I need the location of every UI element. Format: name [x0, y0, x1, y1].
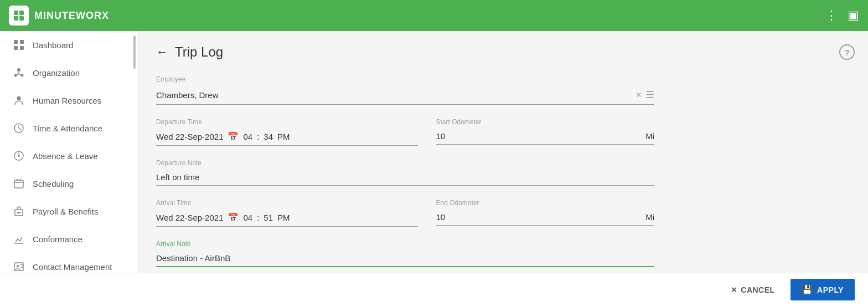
start-odometer-unit: Mi: [645, 131, 654, 141]
departure-note-input[interactable]: [156, 169, 654, 186]
cancel-label: CANCEL: [741, 285, 774, 294]
start-odometer-input-row: Mi: [436, 128, 654, 145]
svg-rect-3: [19, 16, 24, 21]
conformance-icon: [13, 233, 25, 245]
sidebar-item-contact-management[interactable]: Contact Management: [0, 253, 138, 273]
end-odometer-field: End Odometer Mi: [436, 199, 654, 227]
departure-note-field: Departure Note: [156, 159, 654, 186]
organization-icon: [13, 67, 25, 79]
arrival-row: Arrival Time Wed 22-Sep-2021 📅 04 : 51 P…: [156, 199, 654, 227]
sidebar-item-human-resources-label: Human Resources: [33, 96, 101, 105]
sidebar-item-conformance[interactable]: Conformance: [0, 225, 138, 253]
back-button[interactable]: ←: [156, 45, 168, 59]
payroll-benefits-icon: [13, 205, 25, 217]
departure-hour[interactable]: 04: [243, 132, 252, 141]
cancel-icon: ✕: [731, 285, 738, 294]
dashboard-icon: [13, 39, 25, 51]
time-attendance-icon: [13, 122, 25, 134]
svg-line-17: [19, 128, 21, 130]
employee-input[interactable]: [156, 90, 632, 100]
layout-icon[interactable]: ▣: [848, 8, 859, 23]
end-odometer-label: End Odometer: [436, 199, 654, 207]
human-resources-icon: [13, 94, 25, 106]
departure-date-value[interactable]: Wed 22-Sep-2021: [156, 132, 223, 141]
sidebar-item-organization[interactable]: Organization: [0, 59, 138, 86]
absence-leave-icon: [13, 150, 25, 162]
arrival-hour[interactable]: 04: [243, 213, 252, 222]
departure-row: Departure Time Wed 22-Sep-2021 📅 04 : 34…: [156, 118, 654, 146]
employee-input-row: ✕ ☰: [156, 85, 654, 105]
contact-management-icon: [13, 261, 25, 273]
employee-clear-icon[interactable]: ✕: [636, 90, 642, 99]
departure-min[interactable]: 34: [264, 132, 273, 141]
more-options-icon[interactable]: ⋮: [825, 8, 838, 23]
employee-label: Employee: [156, 75, 654, 83]
start-odometer-field: Start Odometer Mi: [436, 118, 654, 146]
calendar-icon[interactable]: 📅: [228, 131, 239, 142]
sidebar-item-scheduling[interactable]: Scheduling: [0, 170, 138, 197]
arrival-note-label: Arrival Note: [156, 240, 654, 248]
action-bar: ✕ CANCEL 💾 APPLY: [0, 273, 868, 306]
help-button[interactable]: ?: [839, 44, 855, 60]
svg-rect-1: [19, 11, 24, 15]
sidebar-item-human-resources[interactable]: Human Resources: [0, 86, 138, 114]
apply-icon: 💾: [802, 284, 813, 295]
sidebar-item-organization-label: Organization: [33, 68, 80, 78]
topbar-icons: ⋮ ▣: [825, 8, 859, 23]
svg-rect-2: [14, 16, 18, 21]
departure-note-label: Departure Note: [156, 159, 654, 167]
arrival-min[interactable]: 51: [264, 213, 273, 222]
sidebar-item-conformance-label: Conformance: [33, 234, 82, 244]
sidebar-item-time-attendance-label: Time & Attendance: [33, 124, 102, 133]
apply-button[interactable]: 💾 APPLY: [790, 279, 855, 300]
arrival-note-field: Arrival Note: [156, 240, 654, 267]
svg-rect-26: [17, 212, 20, 213]
sidebar-item-scheduling-label: Scheduling: [33, 179, 74, 188]
sidebar: Dashboard Organization: [0, 31, 138, 273]
logo-icon: [9, 6, 29, 26]
sidebar-item-dashboard-label: Dashboard: [33, 40, 73, 50]
calendar-icon-arrival[interactable]: 📅: [228, 212, 239, 223]
main-layout: Dashboard Organization: [0, 31, 868, 273]
end-odometer-input[interactable]: [436, 212, 643, 222]
end-odometer-input-row: Mi: [436, 209, 654, 226]
scheduling-icon: [13, 177, 25, 190]
svg-rect-4: [14, 40, 18, 44]
departure-ampm[interactable]: PM: [277, 132, 290, 141]
page-header: ← Trip Log: [156, 44, 850, 60]
trip-log-form: Employee ✕ ☰ Departure Time Wed 22-Sep-2…: [156, 75, 654, 267]
arrival-date-value[interactable]: Wed 22-Sep-2021: [156, 213, 223, 222]
sidebar-item-dashboard[interactable]: Dashboard: [0, 31, 138, 59]
employee-field: Employee ✕ ☰: [156, 75, 654, 105]
svg-point-29: [17, 265, 19, 267]
arrival-time-label: Arrival Time: [156, 199, 418, 207]
time-colon-2: :: [257, 213, 259, 222]
sidebar-item-absence-leave-label: Absence & Leave: [33, 151, 98, 161]
employee-list-icon[interactable]: ☰: [645, 89, 654, 101]
start-odometer-input[interactable]: [436, 131, 643, 141]
svg-rect-5: [20, 40, 24, 44]
svg-point-19: [18, 155, 20, 157]
cancel-button[interactable]: ✕ CANCEL: [720, 280, 786, 300]
sidebar-item-payroll-benefits[interactable]: Payroll & Benefits: [0, 197, 138, 225]
app-name: MINUTEWORX: [34, 10, 109, 22]
time-colon-1: :: [257, 132, 259, 141]
sidebar-item-time-attendance[interactable]: Time & Attendance: [0, 114, 138, 142]
apply-label: APPLY: [817, 285, 844, 294]
sidebar-item-absence-leave[interactable]: Absence & Leave: [0, 142, 138, 170]
arrival-note-input[interactable]: [156, 250, 654, 267]
svg-rect-21: [14, 180, 23, 188]
scroll-indicator: [133, 35, 136, 69]
topbar: MINUTEWORX ⋮ ▣: [0, 0, 868, 31]
end-odometer-unit: Mi: [645, 212, 654, 222]
arrival-ampm[interactable]: PM: [277, 213, 290, 222]
svg-rect-0: [14, 11, 18, 15]
app-logo: MINUTEWORX: [9, 6, 109, 26]
sidebar-item-payroll-benefits-label: Payroll & Benefits: [33, 207, 98, 216]
start-odometer-label: Start Odometer: [436, 118, 654, 126]
svg-rect-6: [14, 46, 18, 50]
sidebar-item-contact-management-label: Contact Management: [33, 262, 112, 272]
svg-rect-7: [20, 46, 24, 50]
page-title: Trip Log: [175, 44, 223, 60]
svg-point-8: [17, 68, 20, 72]
